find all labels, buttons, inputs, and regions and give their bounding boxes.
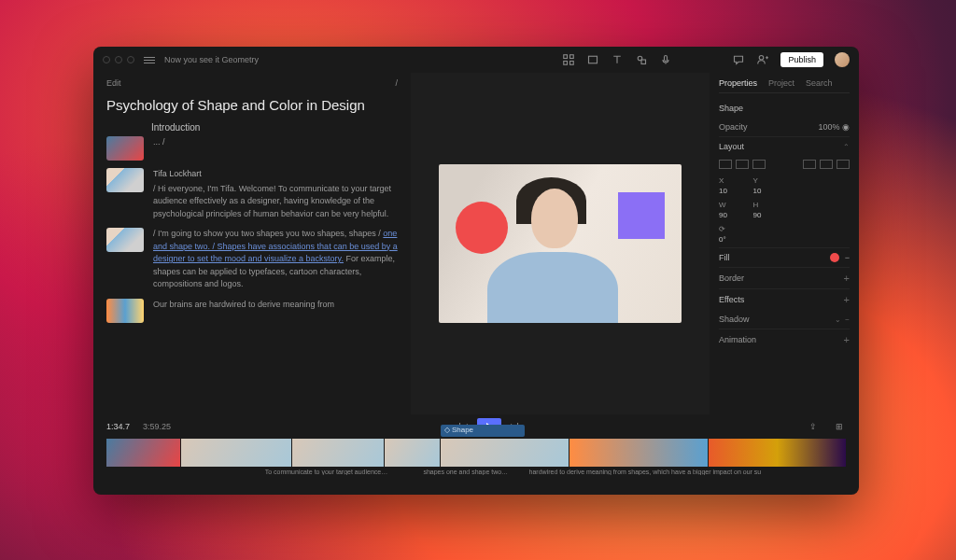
video-canvas[interactable] — [439, 164, 682, 323]
w-label: W — [719, 201, 748, 209]
properties-panel: Properties Project Search Shape Opacity … — [710, 73, 859, 414]
script-block[interactable]: Our brains are hardwired to derive meani… — [106, 299, 398, 323]
svg-rect-0 — [564, 55, 568, 59]
svg-rect-6 — [641, 60, 646, 64]
caption-text: hardwired to derive meaning from shapes,… — [529, 469, 846, 475]
tab-properties[interactable]: Properties — [719, 78, 757, 88]
shape-section: Shape — [719, 104, 743, 113]
timecode-current: 1:34.7 — [106, 422, 130, 431]
clip-thumbnail[interactable] — [106, 136, 144, 161]
x-input[interactable] — [719, 187, 748, 195]
timeline-clip[interactable] — [292, 439, 384, 467]
mic-icon[interactable] — [659, 53, 672, 66]
export-icon[interactable]: ⇪ — [807, 420, 820, 433]
canvas-area[interactable] — [411, 73, 710, 414]
clip-thumbnail[interactable] — [106, 168, 144, 192]
section-header: Introduction — [151, 122, 398, 133]
person-shirt — [487, 252, 618, 324]
y-label: Y — [753, 176, 782, 185]
shapes-icon[interactable] — [635, 53, 648, 66]
timeline[interactable]: ◇ Shape To communicate to your target au… — [93, 439, 859, 495]
effects-section: Effects — [719, 295, 744, 304]
shape-overlay-label[interactable]: ◇ Shape — [444, 426, 473, 434]
edit-label[interactable]: Edit — [106, 78, 121, 88]
transcript-text: / Hi everyone, I'm Tifa. Welcome! To com… — [153, 184, 391, 218]
x-label: X — [719, 176, 748, 185]
traffic-lights[interactable] — [103, 56, 134, 63]
align-middle-icon[interactable] — [820, 160, 833, 169]
settings-icon[interactable]: ⊞ — [833, 420, 846, 433]
visibility-icon[interactable]: ◉ — [842, 122, 850, 132]
y-input[interactable] — [753, 187, 782, 195]
timeline-clip[interactable] — [569, 439, 707, 467]
menu-icon[interactable] — [144, 57, 155, 63]
border-section: Border — [719, 273, 744, 283]
h-input[interactable] — [753, 211, 782, 219]
shadow-label: Shadow — [719, 315, 750, 324]
opacity-label: Opacity — [719, 122, 748, 132]
rotation-label: ⟳ — [719, 225, 748, 233]
clip-thumbnail[interactable] — [106, 299, 144, 323]
add-border-icon[interactable]: + — [844, 273, 850, 284]
timeline-clip[interactable]: ◇ Shape — [441, 439, 569, 467]
text-icon[interactable] — [611, 53, 624, 66]
titlebar: Now you see it Geometry Publish — [93, 47, 859, 73]
script-block[interactable]: / I'm going to show you two shapes you t… — [106, 228, 398, 291]
script-panel: Edit / Psychology of Shape and Color in … — [93, 73, 411, 414]
close-icon[interactable] — [103, 56, 110, 63]
add-user-icon[interactable] — [756, 53, 769, 66]
clip-thumbnail[interactable] — [106, 228, 144, 252]
animation-section: Animation — [719, 335, 756, 344]
timeline-clip[interactable] — [181, 439, 291, 467]
rotation-input[interactable] — [719, 235, 748, 244]
app-window: Now you see it Geometry Publish Edit / P… — [93, 47, 859, 495]
slash-command[interactable]: / — [395, 78, 398, 88]
project-title: Now you see it Geometry — [164, 55, 259, 64]
svg-point-8 — [760, 56, 765, 61]
script-block[interactable]: ... / — [106, 136, 398, 161]
align-top-icon[interactable] — [803, 160, 816, 169]
chevron-down-icon[interactable]: ⌃ — [843, 143, 850, 151]
caption-text: shapes one and shape two… — [423, 469, 528, 475]
add-animation-icon[interactable]: + — [844, 334, 850, 345]
zoom-icon[interactable] — [127, 56, 134, 63]
transcript-text: / I'm going to show you two shapes you t… — [153, 229, 383, 238]
transcript-text: Our brains are hardwired to derive meani… — [153, 299, 334, 323]
fill-section: Fill — [719, 253, 730, 262]
tab-search[interactable]: Search — [806, 78, 833, 88]
align-bottom-icon[interactable] — [836, 160, 850, 169]
minimize-icon[interactable] — [115, 56, 122, 63]
align-center-icon[interactable] — [736, 160, 749, 169]
red-circle-shape[interactable] — [456, 202, 508, 254]
grid-icon[interactable] — [562, 53, 575, 66]
timeline-clip[interactable] — [106, 439, 180, 467]
svg-rect-4 — [589, 56, 598, 63]
panel-tabs: Properties Project Search — [719, 78, 850, 93]
user-avatar[interactable] — [835, 52, 850, 67]
caption-text: To communicate to your target audience… — [265, 469, 424, 475]
w-input[interactable] — [719, 211, 748, 219]
comment-icon[interactable] — [732, 53, 745, 66]
ellipsis: ... / — [153, 136, 165, 161]
purple-square-shape[interactable] — [618, 192, 665, 239]
chevron-icon[interactable]: ⌄ − — [835, 315, 850, 324]
h-label: H — [753, 201, 782, 209]
tab-project[interactable]: Project — [768, 78, 794, 88]
align-left-icon[interactable] — [719, 160, 732, 169]
align-right-icon[interactable] — [752, 160, 766, 169]
fill-swatch[interactable] — [830, 253, 839, 262]
person-face — [531, 189, 578, 248]
layout-section[interactable]: Layout — [719, 142, 744, 151]
svg-rect-7 — [665, 56, 668, 62]
publish-button[interactable]: Publish — [780, 52, 823, 67]
frame-icon[interactable] — [586, 53, 599, 66]
script-block[interactable]: Tifa Lockhart / Hi everyone, I'm Tifa. W… — [106, 168, 398, 220]
speaker-label: Tifa Lockhart — [153, 168, 398, 181]
add-effect-icon[interactable]: + — [844, 294, 850, 305]
timeline-clip[interactable] — [709, 439, 846, 467]
remove-icon[interactable]: − — [845, 253, 850, 262]
document-title: Psychology of Shape and Color in Design — [106, 97, 398, 113]
timeline-clip[interactable] — [385, 439, 440, 467]
opacity-value[interactable]: 100% — [818, 122, 839, 132]
align-controls — [719, 156, 850, 173]
